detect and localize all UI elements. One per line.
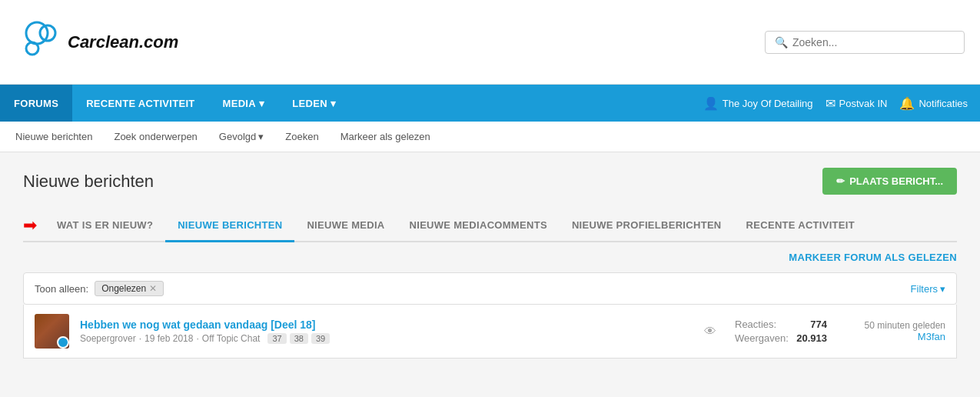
post-stats: Reacties: 774 Weergaven: 20.913 — [735, 319, 827, 344]
markeer-forum-gelezen-link[interactable]: MARKEER FORUM ALS GELEZEN — [789, 252, 957, 263]
post-time-ago: 50 minuten geleden — [838, 320, 945, 331]
post-info: Hebben we nog wat gedaan vandaag [Deel 1… — [80, 319, 693, 344]
header: Carclean.com 🔍 — [0, 0, 980, 85]
post-tag-1[interactable]: 37 — [267, 333, 286, 344]
chevron-down-icon: ▾ — [940, 283, 945, 295]
reacties-val: 774 — [810, 319, 827, 330]
page-header: Nieuwe berichten ✏ PLAATS BERICHT... — [23, 168, 957, 195]
chevron-down-icon: ▾ — [259, 98, 264, 109]
tab-nieuwe-berichten[interactable]: NIEUWE BERICHTEN — [165, 210, 294, 242]
sub-nav-gevolgd[interactable]: Gevolgd ▾ — [208, 122, 274, 152]
user-icon: 👤 — [703, 96, 719, 111]
nav-item-leden[interactable]: LEDEN ▾ — [278, 85, 350, 122]
nav-item-forums[interactable]: FORUMS — [0, 85, 72, 122]
tab-wat-is-er-nieuw[interactable]: WAT IS ER NIEUW? — [45, 210, 165, 242]
filter-label: Toon alleen: — [35, 283, 88, 295]
tab-nieuwe-profielberichten[interactable]: NIEUWE PROFIELBERICHTEN — [560, 210, 734, 242]
tab-nieuwe-mediacomments[interactable]: NIEUWE MEDIACOMMENTS — [397, 210, 560, 242]
post-meta: Soepergrover · 19 feb 2018 · Off Topic C… — [80, 333, 693, 344]
post-time: 50 minuten geleden M3fan — [838, 320, 945, 342]
search-bar[interactable]: 🔍 — [765, 31, 965, 54]
tab-nieuwe-media[interactable]: NIEUWE MEDIA — [294, 210, 397, 242]
avatar-badge — [57, 336, 69, 349]
sub-nav: Nieuwe berichten Zoek onderwerpen Gevolg… — [0, 122, 980, 152]
chevron-down-icon: ▾ — [258, 131, 264, 142]
post-title[interactable]: Hebben we nog wat gedaan vandaag [Deel 1… — [80, 319, 693, 331]
tabs-area: ➡ WAT IS ER NIEUW? NIEUWE BERICHTEN NIEU… — [23, 210, 957, 242]
tag-close-button[interactable]: ✕ — [149, 283, 157, 294]
post-author[interactable]: Soepergrover — [80, 333, 136, 344]
stat-row-weergaven: Weergaven: 20.913 — [735, 332, 827, 344]
nav-item-recente-activiteit[interactable]: RECENTE ACTIVITEIT — [72, 85, 208, 122]
chevron-down-icon: ▾ — [331, 98, 336, 109]
sub-nav-nieuwe-berichten[interactable]: Nieuwe berichten — [15, 122, 103, 152]
logo-icon — [15, 19, 61, 65]
post-last-user[interactable]: M3fan — [838, 331, 945, 342]
eye-icon: 👁 — [704, 325, 716, 339]
post-row: Hebben we nog wat gedaan vandaag [Deel 1… — [23, 305, 957, 359]
stat-row-reacties: Reacties: 774 — [735, 319, 827, 330]
post-category[interactable]: Off Topic Chat — [202, 333, 261, 344]
mail-icon: ✉ — [826, 96, 835, 111]
logo-text: Carclean.com — [68, 32, 178, 52]
post-date: 19 feb 2018 — [145, 333, 193, 344]
nav-bar: FORUMS RECENTE ACTIVITEIT MEDIA ▾ LEDEN … — [0, 85, 980, 122]
search-icon: 🔍 — [775, 36, 788, 48]
sub-nav-zoek-onderwerpen[interactable]: Zoek onderwerpen — [103, 122, 208, 152]
nav-postvak[interactable]: ✉ Postvak IN — [826, 96, 888, 111]
nav-user-profile[interactable]: 👤 The Joy Of Detailing — [703, 96, 813, 111]
weergaven-val: 20.913 — [796, 332, 827, 344]
filters-dropdown-button[interactable]: Filters ▾ — [911, 283, 945, 295]
nav-right: 👤 The Joy Of Detailing ✉ Postvak IN 🔔 No… — [703, 96, 980, 111]
nav-item-media[interactable]: MEDIA ▾ — [209, 85, 279, 122]
content-area: Nieuwe berichten ✏ PLAATS BERICHT... ➡ W… — [0, 152, 980, 374]
filter-tags: Toon alleen: Ongelezen ✕ — [35, 281, 164, 296]
search-input[interactable] — [792, 36, 955, 48]
svg-point-2 — [26, 42, 38, 55]
reacties-label: Reacties: — [735, 319, 776, 330]
page-title: Nieuwe berichten — [23, 172, 154, 192]
pencil-icon: ✏ — [836, 175, 845, 187]
avatar — [35, 314, 69, 349]
logo-area: Carclean.com — [15, 19, 178, 65]
filter-bar: Toon alleen: Ongelezen ✕ Filters ▾ — [23, 272, 957, 305]
weergaven-label: Weergaven: — [735, 332, 789, 344]
plaats-bericht-button[interactable]: ✏ PLAATS BERICHT... — [822, 168, 957, 195]
sub-nav-markeer-gelezen[interactable]: Markeer als gelezen — [330, 122, 441, 152]
nav-notificaties[interactable]: 🔔 Notificaties — [899, 96, 968, 111]
arrow-indicator: ➡ — [23, 217, 37, 234]
tab-recente-activiteit[interactable]: RECENTE ACTIVITEIT — [734, 210, 867, 242]
filter-tag-ongelezen: Ongelezen ✕ — [95, 281, 164, 296]
bell-icon: 🔔 — [899, 96, 915, 111]
post-tag-3[interactable]: 39 — [311, 333, 330, 344]
post-tag-2[interactable]: 38 — [290, 333, 308, 344]
action-bar: MARKEER FORUM ALS GELEZEN — [23, 242, 957, 272]
sub-nav-zoeken[interactable]: Zoeken — [274, 122, 329, 152]
nav-left: FORUMS RECENTE ACTIVITEIT MEDIA ▾ LEDEN … — [0, 85, 350, 122]
post-tags: 37 38 39 — [267, 333, 330, 344]
